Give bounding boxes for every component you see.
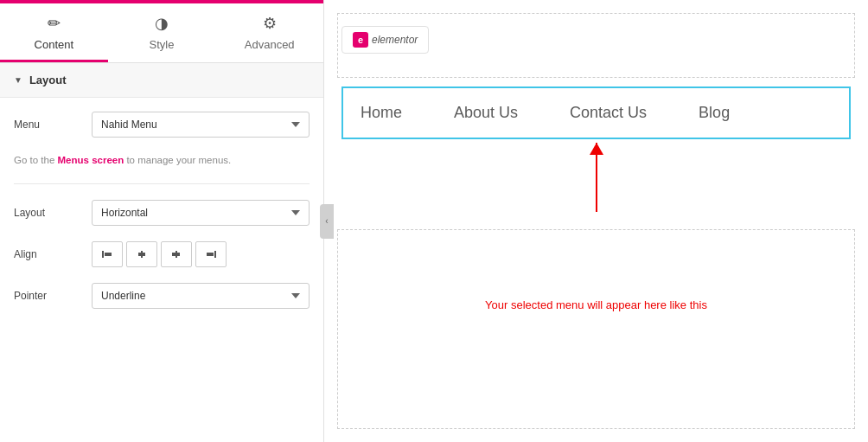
pointer-label: Pointer <box>14 290 92 302</box>
elementor-logo: e elementor <box>341 26 429 54</box>
arrow-head-icon <box>590 143 603 155</box>
align-center-left-button[interactable] <box>126 241 157 267</box>
content-tab-label: Content <box>35 38 74 51</box>
svg-rect-1 <box>105 253 112 256</box>
collapse-handle[interactable]: ‹ <box>320 204 334 239</box>
menu-row: Menu Nahid Menu Main Menu Footer Menu <box>14 112 310 138</box>
svg-rect-6 <box>214 251 216 258</box>
divider-1 <box>14 183 310 184</box>
align-center-right-button[interactable] <box>161 241 192 267</box>
elementor-logo-icon: e <box>353 32 368 48</box>
left-panel: ✏ Content ◑ Style ⚙ Advanced ▼ Layout Me… <box>0 0 324 442</box>
layout-section: ▼ Layout Menu Nahid Menu Main Menu Foote… <box>0 63 323 338</box>
menu-label: Menu <box>14 119 92 131</box>
layout-select[interactable]: Horizontal Vertical Dropdown <box>92 200 310 226</box>
nav-item-contact[interactable]: Contact Us <box>570 104 647 122</box>
layout-section-title: Layout <box>29 74 67 86</box>
nav-item-home[interactable]: Home <box>361 104 402 122</box>
nav-item-blog[interactable]: Blog <box>699 104 730 122</box>
help-text-prefix: Go to the <box>14 155 58 165</box>
helper-text: Your selected menu will appear here like… <box>485 298 707 311</box>
menu-control: Nahid Menu Main Menu Footer Menu <box>92 112 310 138</box>
advanced-tab-icon: ⚙ <box>263 14 277 33</box>
svg-rect-0 <box>102 251 104 258</box>
nav-item-about[interactable]: About Us <box>454 104 518 122</box>
section-arrow-icon: ▼ <box>14 75 22 85</box>
right-panel: e elementor Home About Us Contact Us Blo… <box>324 0 868 442</box>
tab-advanced[interactable]: ⚙ Advanced <box>215 3 323 62</box>
pointer-select[interactable]: Underline Overline Double Framed Backgro… <box>92 283 310 309</box>
help-text-suffix: to manage your menus. <box>124 155 231 165</box>
align-row: Align <box>14 241 310 267</box>
form-content: Menu Nahid Menu Main Menu Footer Menu Go… <box>0 98 323 338</box>
align-control <box>92 241 310 267</box>
elementor-logo-text: elementor <box>372 34 418 46</box>
content-tab-icon: ✏ <box>48 14 61 33</box>
align-right-icon <box>205 248 217 260</box>
pointer-row: Pointer Underline Overline Double Framed… <box>14 283 310 309</box>
nav-menu-box: Home About Us Contact Us Blog <box>341 86 851 139</box>
pointer-control: Underline Overline Double Framed Backgro… <box>92 283 310 309</box>
style-tab-icon: ◑ <box>155 14 169 33</box>
elementor-icon-letter: e <box>358 35 363 45</box>
align-buttons-group <box>92 241 310 267</box>
tab-style[interactable]: ◑ Style <box>108 3 216 62</box>
menu-select[interactable]: Nahid Menu Main Menu Footer Menu <box>92 112 310 138</box>
menu-help-text: Go to the Menus screen to manage your me… <box>14 153 310 168</box>
advanced-tab-label: Advanced <box>245 38 295 51</box>
svg-rect-3 <box>138 253 145 256</box>
nav-menu-items: Home About Us Contact Us Blog <box>361 104 832 122</box>
svg-rect-5 <box>172 253 180 256</box>
align-label: Align <box>14 248 92 260</box>
dashed-bottom-area <box>337 229 855 429</box>
layout-control: Horizontal Vertical Dropdown <box>92 200 310 226</box>
style-tab-label: Style <box>150 38 175 51</box>
arrow-up-container <box>596 143 597 212</box>
align-right-button[interactable] <box>195 241 227 267</box>
align-left-button[interactable] <box>92 241 123 267</box>
collapse-icon: ‹ <box>325 216 328 226</box>
tab-content[interactable]: ✏ Content <box>0 3 108 62</box>
align-left-icon <box>101 248 113 260</box>
layout-label: Layout <box>14 207 92 219</box>
canvas-area: e elementor Home About Us Contact Us Blo… <box>324 0 868 442</box>
tabs-container: ✏ Content ◑ Style ⚙ Advanced <box>0 3 323 63</box>
align-center-right-icon <box>170 248 182 260</box>
align-center-icon <box>136 248 148 260</box>
svg-rect-7 <box>207 253 214 256</box>
menus-screen-link[interactable]: Menus screen <box>58 155 124 165</box>
layout-row: Layout Horizontal Vertical Dropdown <box>14 200 310 226</box>
layout-section-header[interactable]: ▼ Layout <box>0 63 323 98</box>
